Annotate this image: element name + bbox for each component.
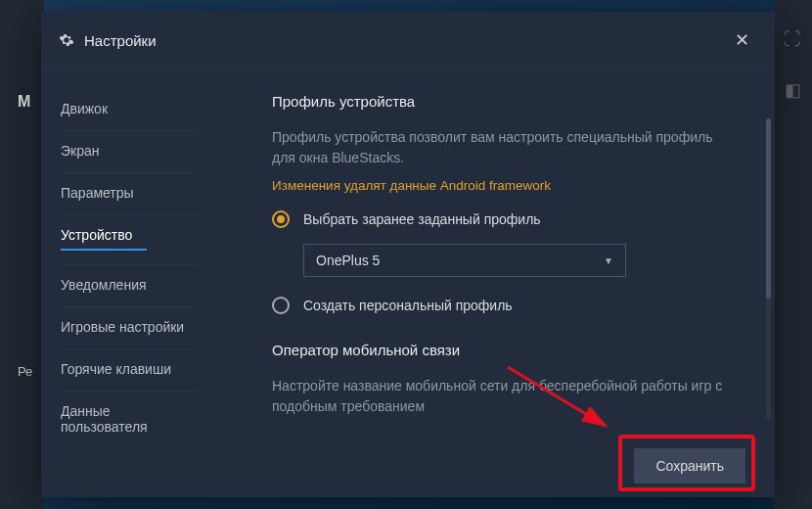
bg-text: M bbox=[18, 93, 30, 111]
sidebar-item-game-settings[interactable]: Игровые настройки bbox=[61, 307, 198, 349]
sidebar-item-label: Горячие клавиши bbox=[61, 361, 171, 377]
chevron-down-icon: ▼ bbox=[604, 255, 613, 266]
sidebar-item-label: Уведомления bbox=[61, 277, 147, 293]
sidebar-item-label: Игровые настройки bbox=[61, 319, 184, 335]
sidebar-item-label: Устройство bbox=[61, 227, 132, 243]
scrollbar-thumb[interactable] bbox=[766, 118, 771, 299]
close-icon[interactable]: ✕ bbox=[727, 25, 757, 55]
content-pane: Профиль устройства Профиль устройства по… bbox=[217, 69, 775, 497]
modal-header: Настройки ✕ bbox=[41, 12, 775, 69]
radio-label: Выбрать заранее заданный профиль bbox=[303, 211, 541, 227]
section-desc: Профиль устройства позволит вам настроит… bbox=[272, 127, 740, 168]
sidebar-item-label: Движок bbox=[61, 101, 108, 116]
sidebar-item-params[interactable]: Параметры bbox=[61, 173, 198, 215]
bg-sidebar-icon: ⛶ bbox=[773, 29, 812, 50]
gear-icon bbox=[59, 32, 74, 48]
radio-predefined-profile[interactable]: Выбрать заранее заданный профиль bbox=[272, 210, 740, 228]
modal-title: Настройки bbox=[84, 32, 727, 49]
sidebar-item-screen[interactable]: Экран bbox=[61, 131, 198, 173]
section-title-carrier: Оператор мобильной связи bbox=[272, 342, 740, 358]
sidebar-item-label: Параметры bbox=[61, 185, 134, 201]
sidebar-item-hotkeys[interactable]: Горячие клавиши bbox=[61, 349, 198, 392]
select-value: OnePlus 5 bbox=[316, 253, 380, 268]
scrollbar[interactable] bbox=[766, 118, 771, 419]
sidebar-item-engine[interactable]: Движок bbox=[61, 89, 198, 131]
radio-label: Создать персональный профиль bbox=[303, 298, 513, 313]
radio-icon bbox=[272, 297, 290, 314]
bg-text: Ре bbox=[18, 364, 32, 379]
save-button[interactable]: Сохранить bbox=[634, 448, 745, 484]
warning-text: Изменения удалят данные Android framewor… bbox=[272, 178, 740, 193]
radio-custom-profile[interactable]: Создать персональный профиль bbox=[272, 297, 740, 314]
sidebar-item-device[interactable]: Устройство bbox=[61, 215, 198, 265]
settings-modal: Настройки ✕ Движок Экран Параметры Устро… bbox=[41, 12, 775, 497]
section-desc: Настройте название мобильной сети для бе… bbox=[272, 376, 740, 417]
bg-sidebar-icon: ◧ bbox=[773, 79, 812, 101]
sidebar-item-label: Экран bbox=[61, 143, 100, 159]
modal-footer: Сохранить bbox=[41, 435, 775, 497]
sidebar: Движок Экран Параметры Устройство Уведом… bbox=[41, 69, 217, 497]
section-title-device-profile: Профиль устройства bbox=[272, 93, 740, 110]
sidebar-item-notifications[interactable]: Уведомления bbox=[61, 265, 198, 307]
sidebar-item-label: Данные пользователя bbox=[61, 403, 148, 435]
device-profile-select[interactable]: OnePlus 5 ▼ bbox=[303, 244, 626, 277]
radio-icon bbox=[272, 210, 290, 228]
